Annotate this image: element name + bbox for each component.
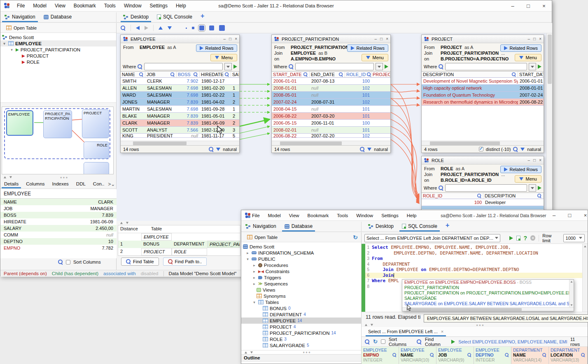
sort-mode[interactable]: natural [527,147,541,152]
menu-file[interactable]: File [248,211,264,220]
menu-model[interactable]: Model [264,211,285,220]
expand-icon[interactable]: ▸ [252,276,257,280]
tab-desktop[interactable]: Desktop [364,222,398,232]
splitter[interactable]: ●●● [0,175,117,179]
table-row[interactable]: High capacity optical network2008-01-01 [422,85,544,92]
tree-item-role[interactable]: ROLE3 [241,336,361,342]
distinct-checkbox[interactable] [479,147,483,151]
tab-database[interactable]: Database [40,12,76,22]
tree-item-project-participation[interactable]: PROJECT_PARTICIPATION14 [241,330,361,336]
sort-mode[interactable]: natural [223,147,237,152]
table-row[interactable]: ALLENSALESMAN7.6981981-02-201 [121,85,239,92]
open-table-button[interactable]: Open Table [245,234,280,240]
column-header[interactable]: START_DAT [518,72,544,77]
sort-mode[interactable]: natural [374,147,388,152]
column-header[interactable]: START_DATE [272,72,310,77]
horizontal-scrollbar[interactable] [422,141,544,145]
related-rows-button[interactable]: Related Rows [500,166,541,173]
tree-item-salarygrade[interactable]: SALARYGRADE5 [241,342,361,348]
tree-item-project[interactable]: ▶ PROJECT [0,53,116,59]
search-icon[interactable] [367,72,371,77]
column-header[interactable]: DESCRIPTION [483,193,544,199]
column-header[interactable]: PROJECTN [371,72,390,77]
where-input[interactable] [445,184,527,192]
where-dropdown[interactable] [529,184,536,192]
search-icon[interactable] [467,353,471,357]
search-icon[interactable] [58,260,63,264]
close-button[interactable]: × [578,210,588,221]
closure-cell[interactable]: DEPARTMENT [172,241,207,248]
table-row[interactable]: 2008-01-01null102 [272,85,390,92]
completion-item[interactable]: SALARYGRADE [402,296,574,301]
chevron-down-icon[interactable]: ⌄ [111,181,115,187]
browser-titlebar[interactable]: EMPLOYEE –□× [121,35,239,43]
horizontal-scrollbar[interactable] [272,141,390,145]
browser-titlebar[interactable]: PROJECT_PARTICIPATION –□× [272,35,390,43]
tab-add[interactable]: + [441,220,453,232]
search-icon[interactable] [139,72,143,77]
close-icon[interactable]: × [235,37,237,41]
menu-view[interactable]: View [51,1,69,10]
run-icon[interactable] [451,340,455,344]
find-path-button[interactable]: Find Path to.. [163,257,207,266]
forward-icon[interactable] [145,26,148,30]
tree-item-procedures[interactable]: ▸Procedures [241,262,361,268]
run-icon[interactable] [233,65,237,69]
filter-icon[interactable] [520,148,525,151]
help-icon[interactable]: ? [524,235,527,241]
closure-cell[interactable]: PROJECT_PARTICIPATION [207,241,240,248]
expand-icon[interactable]: ▸ [245,251,250,255]
tab-desktop[interactable]: Desktop [119,12,153,22]
row-limit-select[interactable]: 1000 [563,234,585,242]
refresh-icon[interactable]: ↻ [353,234,358,241]
tree-item-project-participation[interactable]: ▾ ▶ PROJECT_PARTICIPATION [0,46,116,53]
search-icon[interactable] [289,64,294,69]
related-rows-button[interactable]: Related Rows [347,44,388,52]
tree-item-schema[interactable]: ▸INFORMATION_SCHEMA [241,250,361,256]
diagram-box-project-participation[interactable]: PROJECT_PARTICIPATION [43,110,72,138]
table-row[interactable]: 2006-08-222007-02-20102 [272,134,390,138]
tab-indexes[interactable]: Indexes [49,180,72,188]
tree-item-schema[interactable]: ▾PUBLIC [241,256,361,262]
closure-header-table[interactable]: Table [141,225,172,233]
tab-navigation[interactable]: Navigation [0,12,40,22]
search-icon[interactable] [170,72,175,77]
diagram-box-role[interactable]: ROLE [84,141,109,159]
tree-item-employee[interactable]: ▾ EMPLOYEE [0,40,116,46]
table-row[interactable] [422,206,544,209]
search-icon[interactable] [477,194,481,198]
maximize-icon[interactable]: □ [533,37,536,41]
completion-item-selected[interactable]: SALARYGRADE on EMPLOYEE.SALARY BETWEEN S… [402,301,574,306]
zoom-large-icon[interactable] [209,26,214,30]
search-icon[interactable] [513,147,518,152]
close-button[interactable]: × [536,0,552,11]
table-row[interactable]: 2006-05-152006-11-01100 [272,120,390,127]
tab-sql-console[interactable]: SQL Console [398,222,441,232]
desktop-canvas[interactable]: EMPLOYEE –□× FromEMPLOYEEas A Related Ro… [117,33,546,221]
menu-button[interactable]: Menu [515,54,541,61]
closure-cell[interactable]: ROLE [172,248,207,255]
menu-tools[interactable]: Tools [100,1,119,10]
tab-details[interactable]: Details [0,180,22,188]
tree-item-tables[interactable]: ▾Tables [241,299,361,305]
collapse-icon[interactable]: ▾ [9,48,14,52]
search-icon[interactable] [439,185,443,190]
completion-item[interactable]: EMPLOYEE on EMPLOYEE.EMPNO=EMPLOYEE.BOSS… [402,280,574,285]
back-icon[interactable] [136,26,140,30]
column-header[interactable]: ROLE_ID [422,193,483,199]
where-input[interactable] [144,63,223,70]
close-icon[interactable]: × [539,37,541,41]
column-header[interactable]: SALAR [231,72,239,77]
result-column-header[interactable]: EMPLOYEE JOB VARCHAR(9) [436,347,474,364]
filter-icon[interactable] [216,148,220,151]
search-icon[interactable] [225,72,229,77]
column-header[interactable]: JOB [145,72,177,77]
column-header[interactable]: NAME [121,72,145,77]
export-icon[interactable] [516,236,520,241]
zoom-small-icon[interactable] [192,27,194,29]
minimize-button[interactable]: – [546,210,562,221]
horizontal-scrollbar[interactable] [121,141,239,145]
search-icon[interactable] [209,147,214,152]
table-row[interactable]: 2008-05-01null101 [272,92,390,99]
close-tab-icon[interactable]: × [441,329,443,334]
